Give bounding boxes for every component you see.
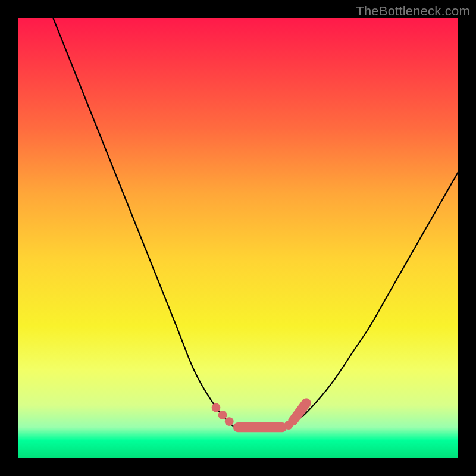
dot-marker (212, 403, 221, 412)
dot-marker (225, 417, 234, 426)
dot-marker (295, 408, 304, 416)
dot-marker (284, 421, 293, 430)
dot-marker (218, 411, 227, 419)
chart-frame: TheBottleneck.com (0, 0, 476, 476)
curve-svg (18, 18, 458, 458)
bottleneck-curve (53, 18, 458, 428)
plot-area (18, 18, 458, 458)
marker-capsules (238, 403, 306, 428)
watermark-text: TheBottleneck.com (356, 4, 470, 19)
